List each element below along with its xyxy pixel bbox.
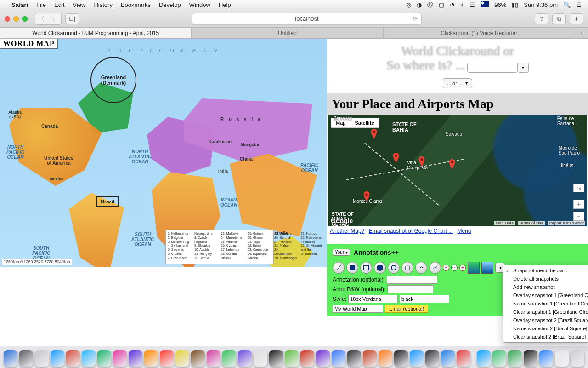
dock-app-icon[interactable] (238, 350, 252, 367)
tool-scissors-icon[interactable]: ✂ (429, 262, 441, 274)
minimize-window-icon[interactable] (13, 16, 19, 22)
menu-view[interactable]: View (69, 1, 90, 8)
tab-1[interactable]: World Clickaround - RJM Programming - Ap… (0, 28, 192, 38)
anno-bw-input[interactable] (387, 285, 433, 293)
dock-app-icon[interactable] (332, 350, 345, 367)
dock-app-icon[interactable] (410, 350, 424, 367)
dock-app-icon[interactable] (492, 350, 506, 367)
zoom-out-button[interactable]: － (573, 212, 584, 221)
timemachine-icon[interactable]: ↺ (447, 1, 458, 8)
battery-icon[interactable]: ▮▯ (509, 1, 521, 8)
dock-app-icon[interactable] (477, 350, 491, 367)
dock[interactable] (0, 346, 588, 368)
color-input[interactable] (400, 295, 449, 303)
sidebar-toggle-button[interactable]: ☐| (65, 13, 79, 24)
menu-history[interactable]: History (90, 1, 116, 8)
dock-app-icon[interactable] (539, 350, 553, 367)
back-button[interactable]: 〈 (35, 13, 48, 24)
tool-rounded-rect-icon[interactable]: ▢ (401, 262, 413, 274)
map-pin[interactable] (363, 191, 370, 199)
streetview-pegman[interactable]: ☺ (573, 184, 584, 192)
menu-develop[interactable]: Develop (155, 1, 185, 8)
menu-window[interactable]: Window (185, 1, 215, 8)
map-type-satellite[interactable]: Satellite (350, 118, 379, 127)
dock-app-icon[interactable] (394, 350, 408, 367)
dock-app-icon[interactable] (160, 350, 174, 367)
map-pin[interactable] (448, 159, 456, 167)
dock-app-icon[interactable] (19, 350, 33, 367)
tab-3[interactable]: Clickaround (1) Voice Recorder (384, 28, 575, 38)
link-menu[interactable]: Menu (458, 228, 471, 234)
window-controls[interactable] (5, 16, 28, 22)
menu-app[interactable]: Safari (7, 1, 32, 8)
dock-app-icon[interactable] (441, 350, 455, 367)
email-button[interactable]: Email (optional) (385, 305, 428, 313)
map-credit-report[interactable]: Report a map error (548, 221, 585, 225)
link-another-map[interactable]: Another Map? (330, 228, 364, 234)
snapshot-menu-item[interactable]: Name snapshot 2 [Brazil Square] (503, 324, 588, 333)
downloads-button[interactable]: ⬇ (570, 13, 583, 24)
dock-app-icon[interactable] (207, 350, 220, 367)
wifi-icon[interactable]: ☰ (467, 1, 478, 8)
link-email-snapshot[interactable]: Email snapshot of Google Chart ... (369, 228, 453, 234)
world-map[interactable]: WORLD MAP A R C T I C O C E A N Alaska(U… (0, 39, 327, 267)
snapshot-menu-item[interactable]: Overlay snapshot 1 [Greenland Circle] (503, 291, 588, 299)
close-window-icon[interactable] (5, 16, 10, 22)
share-button[interactable]: ⇪ (535, 13, 548, 24)
dock-app-icon[interactable] (347, 350, 361, 367)
snapshot-menu-item[interactable]: Name snapshot 1 [Greenland Circle] (503, 299, 588, 308)
where-is-select[interactable]: ▾ (518, 63, 529, 73)
dock-app-icon[interactable] (97, 350, 111, 367)
map-pin[interactable] (392, 153, 400, 160)
zoom-in-button[interactable]: ＋ (573, 200, 584, 209)
dock-app-icon[interactable] (66, 350, 80, 367)
annotations-owner-select[interactable]: Your ▾ (333, 249, 350, 256)
style-input[interactable] (348, 295, 398, 303)
snapshot-menu-item[interactable]: Clear snapshot 2 [Brazil Square] (503, 333, 588, 341)
dock-app-icon[interactable] (571, 350, 584, 367)
annotation-input[interactable] (387, 276, 437, 284)
menu-file[interactable]: File (32, 1, 50, 8)
flag-icon[interactable] (478, 1, 492, 8)
zoom-window-icon[interactable] (22, 16, 28, 22)
map-credit-terms[interactable]: Terms of Use (518, 221, 545, 225)
or-select[interactable]: ... or ... ▾ (443, 78, 472, 88)
google-map[interactable]: Map Satellite STATE OFBAHIA Salvador Fei… (328, 115, 587, 226)
tool-plus-icon[interactable]: + (459, 264, 466, 271)
menu-help[interactable]: Help (215, 1, 235, 8)
status-icon[interactable]: ◑ (414, 1, 424, 8)
notification-center-icon[interactable]: ☰ (573, 1, 584, 8)
snapshot-menu-item[interactable]: Overlay snapshot 2 [Brazil Square] (503, 316, 588, 324)
menu-bookmarks[interactable]: Bookmarks (117, 1, 155, 8)
dock-app-icon[interactable] (555, 350, 569, 367)
tool-dots-icon[interactable]: ⋯ (451, 264, 458, 271)
status-icon[interactable]: ◎ (403, 1, 414, 8)
snapshot-menu-item[interactable]: Clear snapshot 1 [Greenland Circle] (503, 308, 588, 316)
tool-curve-icon[interactable]: 〰 (415, 262, 427, 274)
dock-app-icon[interactable] (363, 350, 377, 367)
dock-app-icon[interactable] (191, 350, 205, 367)
tool-minus-icon[interactable]: − (443, 264, 449, 271)
bluetooth-icon[interactable]: ᚼ (458, 1, 467, 8)
map-pin[interactable] (370, 129, 378, 136)
map-pin[interactable] (418, 156, 425, 164)
dock-app-icon[interactable] (285, 350, 299, 367)
tabs-overview-button[interactable]: ⧉ (552, 13, 566, 24)
tool-hollow-circle-icon[interactable] (388, 262, 400, 274)
dock-app-icon[interactable] (457, 350, 470, 367)
snapshot-menu-item[interactable]: Snapshot menu below ... (503, 266, 588, 275)
dock-app-icon[interactable] (300, 350, 314, 367)
dock-app-icon[interactable] (4, 350, 17, 367)
map-credit-data[interactable]: Map Data (494, 221, 515, 225)
tool-hollow-square-icon[interactable] (360, 262, 372, 274)
dock-app-icon[interactable] (82, 350, 96, 367)
snapshot-menu-item[interactable]: Add new snapshot (503, 283, 588, 291)
new-tab-button[interactable]: ＋ (575, 28, 588, 38)
airplay-icon[interactable]: ▢ (436, 1, 447, 8)
snapshot-thumbnail-2[interactable] (481, 262, 493, 274)
tool-filled-square-icon[interactable] (346, 262, 358, 274)
tool-line-icon[interactable]: ／ (333, 262, 345, 274)
dock-app-icon[interactable] (524, 350, 537, 367)
spotlight-icon[interactable]: 🔍 (560, 1, 573, 8)
dock-app-icon[interactable] (254, 350, 267, 367)
